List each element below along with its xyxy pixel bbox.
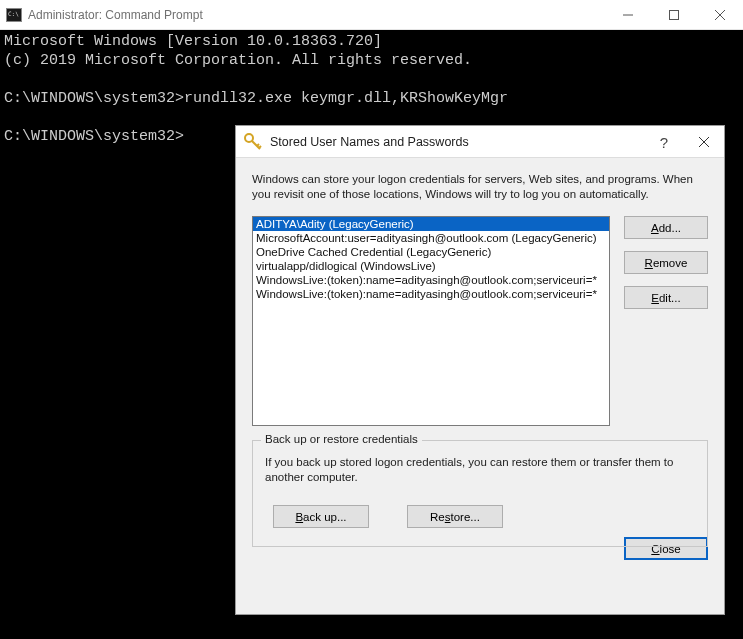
edit-button[interactable]: Edit...: [624, 286, 708, 309]
credential-item[interactable]: virtualapp/didlogical (WindowsLive): [253, 259, 609, 273]
add-button[interactable]: Add...: [624, 216, 708, 239]
restore-button[interactable]: Restore...: [407, 505, 503, 528]
svg-point-4: [245, 134, 253, 142]
dialog-title: Stored User Names and Passwords: [270, 135, 469, 149]
credential-item[interactable]: MicrosoftAccount:user=adityasingh@outloo…: [253, 231, 609, 245]
maximize-button[interactable]: [651, 0, 697, 30]
dialog-description: Windows can store your logon credentials…: [252, 172, 708, 202]
help-button[interactable]: ?: [644, 126, 684, 158]
groupbox-description: If you back up stored logon credentials,…: [265, 455, 695, 485]
backup-restore-group: Back up or restore credentials If you ba…: [252, 440, 708, 547]
key-icon: [244, 133, 262, 151]
credential-item[interactable]: WindowsLive:(token):name=adityasingh@out…: [253, 287, 609, 301]
stored-credentials-dialog: Stored User Names and Passwords ? Window…: [235, 125, 725, 615]
cmd-icon: [6, 8, 22, 22]
svg-line-7: [259, 146, 261, 148]
svg-line-6: [257, 144, 259, 146]
dialog-titlebar[interactable]: Stored User Names and Passwords ?: [236, 126, 724, 158]
dialog-close-button[interactable]: [684, 126, 724, 158]
backup-button[interactable]: Back up...: [273, 505, 369, 528]
credential-item[interactable]: ADITYA\Adity (LegacyGeneric): [253, 217, 609, 231]
svg-rect-1: [670, 11, 679, 20]
groupbox-legend: Back up or restore credentials: [261, 433, 422, 445]
credentials-listbox[interactable]: ADITYA\Adity (LegacyGeneric)MicrosoftAcc…: [252, 216, 610, 426]
cmd-titlebar[interactable]: Administrator: Command Prompt: [0, 0, 743, 30]
remove-button[interactable]: Remove: [624, 251, 708, 274]
close-button[interactable]: [697, 0, 743, 30]
credential-item[interactable]: OneDrive Cached Credential (LegacyGeneri…: [253, 245, 609, 259]
cmd-title: Administrator: Command Prompt: [28, 8, 203, 22]
minimize-button[interactable]: [605, 0, 651, 30]
credential-item[interactable]: WindowsLive:(token):name=adityasingh@out…: [253, 273, 609, 287]
